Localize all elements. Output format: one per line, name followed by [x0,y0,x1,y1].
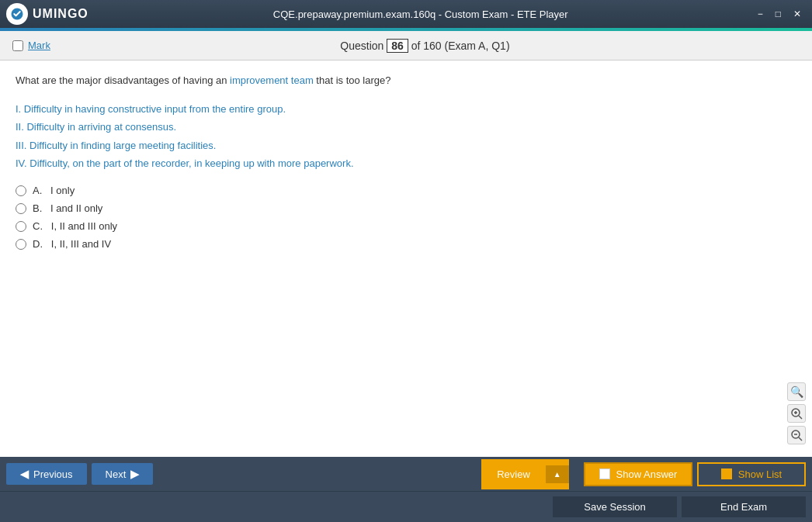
question-label: Question [340,40,383,52]
close-button[interactable]: ✕ [789,7,806,21]
option-b-radio[interactable] [16,203,26,214]
prev-arrow-icon: ◀ [20,468,29,480]
question-highlight: improvement team [230,74,314,86]
option-c[interactable]: C. I, II and III only [16,220,796,232]
show-list-label: Show List [738,468,782,480]
window-controls: − □ ✕ [753,7,806,21]
question-text-part1: What are the major disadvantages of havi… [16,74,230,86]
list-item-4: IV. Difficulty, on the part of the recor… [16,154,796,172]
mark-checkbox[interactable] [12,40,23,51]
app-logo: UMINGO [6,3,88,25]
svg-line-6 [799,437,802,441]
question-text: What are the major disadvantages of havi… [16,73,796,89]
minimize-button[interactable]: − [753,7,768,21]
option-c-label[interactable]: C. I, II and III only [33,220,117,232]
review-label: Review [481,464,546,485]
show-list-icon [721,468,732,479]
show-answer-label: Show Answer [616,468,678,480]
show-answer-icon [599,468,610,479]
previous-button[interactable]: ◀ Previous [6,463,87,485]
end-exam-button[interactable]: End Exam [682,496,806,517]
option-d-label[interactable]: D. I, II, III and IV [33,238,111,250]
options-list: A. I only B. I and II only C. I, II and … [16,185,796,250]
question-number: 86 [387,39,408,53]
save-session-button[interactable]: Save Session [553,496,677,517]
option-a[interactable]: A. I only [16,185,796,196]
bottom-toolbar2: Save Session End Exam [0,491,812,522]
logo-text: UMINGO [33,7,88,21]
option-d-radio[interactable] [16,239,26,250]
zoom-controls: 🔍 [787,382,806,444]
maximize-button[interactable]: □ [771,7,786,21]
logo-icon [6,3,28,25]
list-item-3: III. Difficulty in finding large meeting… [16,137,796,154]
next-label: Next [106,468,127,480]
answer-list: I. Difficulty in having constructive inp… [16,100,796,173]
review-dropdown-arrow-icon[interactable]: ▲ [546,465,569,483]
option-c-radio[interactable] [16,221,26,232]
option-a-radio[interactable] [16,185,26,196]
main-content: What are the major disadvantages of havi… [0,60,812,457]
list-item-1: I. Difficulty in having constructive inp… [16,100,796,118]
titlebar: UMINGO CQE.prepaway.premium.exam.160q - … [0,0,812,28]
mark-label[interactable]: Mark [28,40,50,51]
option-d[interactable]: D. I, II, III and IV [16,238,796,250]
next-button[interactable]: Next ▶ [92,463,154,485]
question-total: of 160 (Exam A, Q1) [411,40,510,52]
search-icon[interactable]: 🔍 [787,382,806,401]
review-button[interactable]: Review ▲ [481,459,569,489]
mark-area[interactable]: Mark [12,40,50,51]
option-b[interactable]: B. I and II only [16,202,796,214]
option-a-label[interactable]: A. I only [33,185,75,196]
list-item-2: II. Difficulty in arriving at consensus. [16,118,796,136]
previous-label: Previous [33,468,73,480]
svg-line-2 [799,416,802,419]
header-bar: Mark Question 86 of 160 (Exam A, Q1) [0,31,812,60]
next-arrow-icon: ▶ [130,468,139,480]
bottom-toolbar: ◀ Previous Next ▶ Review ▲ Show Answer S… [0,457,812,491]
zoom-in-button[interactable] [787,404,806,423]
window-title: CQE.prepaway.premium.exam.160q - Custom … [88,9,753,20]
question-info: Question 86 of 160 (Exam A, Q1) [50,39,800,53]
option-b-label[interactable]: B. I and II only [33,202,102,214]
zoom-out-button[interactable] [787,426,806,444]
show-answer-button[interactable]: Show Answer [584,462,692,486]
question-text-part2: that is too large? [314,74,391,86]
show-list-button[interactable]: Show List [697,462,806,486]
